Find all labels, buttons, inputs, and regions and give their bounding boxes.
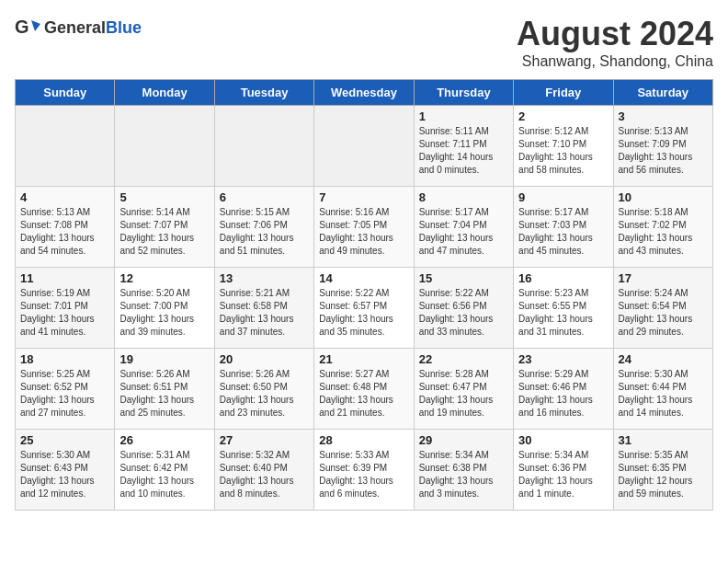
calendar-cell — [314, 106, 414, 187]
day-info: Sunrise: 5:12 AM Sunset: 7:10 PM Dayligh… — [518, 126, 593, 175]
logo: G GeneralBlue — [15, 15, 142, 40]
day-number: 17 — [619, 271, 708, 285]
weekday-header-sunday: Sunday — [16, 80, 115, 106]
day-number: 11 — [20, 271, 109, 285]
day-number: 22 — [419, 352, 508, 366]
day-info: Sunrise: 5:25 AM Sunset: 6:52 PM Dayligh… — [20, 369, 95, 418]
day-number: 10 — [619, 190, 708, 204]
calendar-cell: 22Sunrise: 5:28 AM Sunset: 6:47 PM Dayli… — [414, 349, 513, 430]
weekday-header-saturday: Saturday — [613, 80, 712, 106]
day-info: Sunrise: 5:16 AM Sunset: 7:05 PM Dayligh… — [319, 207, 393, 256]
calendar-cell: 29Sunrise: 5:34 AM Sunset: 6:38 PM Dayli… — [414, 430, 513, 511]
weekday-header-tuesday: Tuesday — [214, 80, 313, 106]
page-header: G GeneralBlue August 2024 Shanwang, Shan… — [15, 15, 713, 70]
day-number: 30 — [518, 433, 608, 447]
calendar-cell: 4Sunrise: 5:13 AM Sunset: 7:08 PM Daylig… — [16, 187, 115, 268]
day-number: 7 — [319, 190, 408, 204]
day-number: 8 — [419, 190, 508, 204]
calendar-cell: 27Sunrise: 5:32 AM Sunset: 6:40 PM Dayli… — [214, 430, 313, 511]
weekday-header-wednesday: Wednesday — [314, 80, 414, 106]
calendar-cell — [214, 106, 313, 187]
calendar-cell: 18Sunrise: 5:25 AM Sunset: 6:52 PM Dayli… — [16, 349, 115, 430]
day-number: 20 — [220, 352, 309, 366]
day-info: Sunrise: 5:28 AM Sunset: 6:47 PM Dayligh… — [419, 369, 494, 418]
logo-icon: G — [15, 15, 40, 40]
day-number: 5 — [119, 190, 209, 204]
day-number: 21 — [319, 352, 408, 366]
day-info: Sunrise: 5:17 AM Sunset: 7:04 PM Dayligh… — [419, 207, 494, 256]
day-number: 28 — [319, 433, 408, 447]
day-number: 3 — [619, 109, 708, 123]
day-number: 4 — [20, 190, 109, 204]
day-info: Sunrise: 5:33 AM Sunset: 6:39 PM Dayligh… — [319, 450, 393, 499]
day-info: Sunrise: 5:15 AM Sunset: 7:06 PM Dayligh… — [220, 207, 294, 256]
calendar-cell — [16, 106, 115, 187]
calendar-cell: 21Sunrise: 5:27 AM Sunset: 6:48 PM Dayli… — [314, 349, 414, 430]
day-number: 15 — [419, 271, 508, 285]
calendar-cell: 25Sunrise: 5:30 AM Sunset: 6:43 PM Dayli… — [16, 430, 115, 511]
calendar-cell: 5Sunrise: 5:14 AM Sunset: 7:07 PM Daylig… — [115, 187, 214, 268]
svg-text:G: G — [15, 17, 29, 37]
day-number: 6 — [220, 190, 309, 204]
calendar-cell — [115, 106, 214, 187]
day-info: Sunrise: 5:22 AM Sunset: 6:57 PM Dayligh… — [319, 288, 393, 337]
day-info: Sunrise: 5:32 AM Sunset: 6:40 PM Dayligh… — [220, 450, 294, 499]
day-info: Sunrise: 5:11 AM Sunset: 7:11 PM Dayligh… — [419, 126, 494, 175]
day-number: 16 — [518, 271, 608, 285]
calendar-cell: 17Sunrise: 5:24 AM Sunset: 6:54 PM Dayli… — [613, 268, 712, 349]
day-info: Sunrise: 5:34 AM Sunset: 6:36 PM Dayligh… — [518, 450, 593, 499]
day-number: 19 — [119, 352, 209, 366]
calendar-cell: 28Sunrise: 5:33 AM Sunset: 6:39 PM Dayli… — [314, 430, 414, 511]
calendar-cell: 15Sunrise: 5:22 AM Sunset: 6:56 PM Dayli… — [414, 268, 513, 349]
calendar-cell: 2Sunrise: 5:12 AM Sunset: 7:10 PM Daylig… — [514, 106, 613, 187]
day-info: Sunrise: 5:31 AM Sunset: 6:42 PM Dayligh… — [119, 450, 194, 499]
calendar-body: 1Sunrise: 5:11 AM Sunset: 7:11 PM Daylig… — [16, 106, 713, 511]
calendar-cell: 23Sunrise: 5:29 AM Sunset: 6:46 PM Dayli… — [514, 349, 613, 430]
calendar-cell: 16Sunrise: 5:23 AM Sunset: 6:55 PM Dayli… — [514, 268, 613, 349]
calendar-week-4: 18Sunrise: 5:25 AM Sunset: 6:52 PM Dayli… — [16, 349, 713, 430]
day-number: 31 — [619, 433, 708, 447]
day-info: Sunrise: 5:24 AM Sunset: 6:54 PM Dayligh… — [619, 288, 693, 337]
weekday-header-monday: Monday — [115, 80, 214, 106]
calendar-cell: 3Sunrise: 5:13 AM Sunset: 7:09 PM Daylig… — [613, 106, 712, 187]
day-number: 18 — [20, 352, 109, 366]
calendar-cell: 12Sunrise: 5:20 AM Sunset: 7:00 PM Dayli… — [115, 268, 214, 349]
calendar-cell: 11Sunrise: 5:19 AM Sunset: 7:01 PM Dayli… — [16, 268, 115, 349]
calendar-cell: 19Sunrise: 5:26 AM Sunset: 6:51 PM Dayli… — [115, 349, 214, 430]
calendar-header-row: SundayMondayTuesdayWednesdayThursdayFrid… — [16, 80, 713, 106]
calendar-cell: 14Sunrise: 5:22 AM Sunset: 6:57 PM Dayli… — [314, 268, 414, 349]
day-info: Sunrise: 5:18 AM Sunset: 7:02 PM Dayligh… — [619, 207, 693, 256]
day-info: Sunrise: 5:13 AM Sunset: 7:09 PM Dayligh… — [619, 126, 693, 175]
day-info: Sunrise: 5:17 AM Sunset: 7:03 PM Dayligh… — [518, 207, 593, 256]
calendar-table: SundayMondayTuesdayWednesdayThursdayFrid… — [15, 79, 713, 511]
calendar-cell: 31Sunrise: 5:35 AM Sunset: 6:35 PM Dayli… — [613, 430, 712, 511]
day-info: Sunrise: 5:34 AM Sunset: 6:38 PM Dayligh… — [419, 450, 494, 499]
day-number: 14 — [319, 271, 408, 285]
day-number: 1 — [419, 109, 508, 123]
calendar-cell: 8Sunrise: 5:17 AM Sunset: 7:04 PM Daylig… — [414, 187, 513, 268]
calendar-week-5: 25Sunrise: 5:30 AM Sunset: 6:43 PM Dayli… — [16, 430, 713, 511]
calendar-cell: 24Sunrise: 5:30 AM Sunset: 6:44 PM Dayli… — [613, 349, 712, 430]
logo-general: General — [44, 18, 106, 37]
calendar-cell: 20Sunrise: 5:26 AM Sunset: 6:50 PM Dayli… — [214, 349, 313, 430]
calendar-subtitle: Shanwang, Shandong, China — [517, 53, 713, 70]
day-info: Sunrise: 5:35 AM Sunset: 6:35 PM Dayligh… — [619, 450, 693, 499]
calendar-week-1: 1Sunrise: 5:11 AM Sunset: 7:11 PM Daylig… — [16, 106, 713, 187]
calendar-cell: 13Sunrise: 5:21 AM Sunset: 6:58 PM Dayli… — [214, 268, 313, 349]
day-number: 13 — [220, 271, 309, 285]
calendar-cell: 9Sunrise: 5:17 AM Sunset: 7:03 PM Daylig… — [514, 187, 613, 268]
day-number: 2 — [518, 109, 608, 123]
day-info: Sunrise: 5:27 AM Sunset: 6:48 PM Dayligh… — [319, 369, 393, 418]
calendar-cell: 7Sunrise: 5:16 AM Sunset: 7:05 PM Daylig… — [314, 187, 414, 268]
day-info: Sunrise: 5:23 AM Sunset: 6:55 PM Dayligh… — [518, 288, 593, 337]
day-number: 25 — [20, 433, 109, 447]
day-info: Sunrise: 5:13 AM Sunset: 7:08 PM Dayligh… — [20, 207, 95, 256]
calendar-cell: 6Sunrise: 5:15 AM Sunset: 7:06 PM Daylig… — [214, 187, 313, 268]
day-info: Sunrise: 5:22 AM Sunset: 6:56 PM Dayligh… — [419, 288, 494, 337]
day-info: Sunrise: 5:30 AM Sunset: 6:44 PM Dayligh… — [619, 369, 693, 418]
day-number: 26 — [119, 433, 209, 447]
calendar-cell: 30Sunrise: 5:34 AM Sunset: 6:36 PM Dayli… — [514, 430, 613, 511]
day-number: 27 — [220, 433, 309, 447]
day-number: 29 — [419, 433, 508, 447]
day-number: 9 — [518, 190, 608, 204]
